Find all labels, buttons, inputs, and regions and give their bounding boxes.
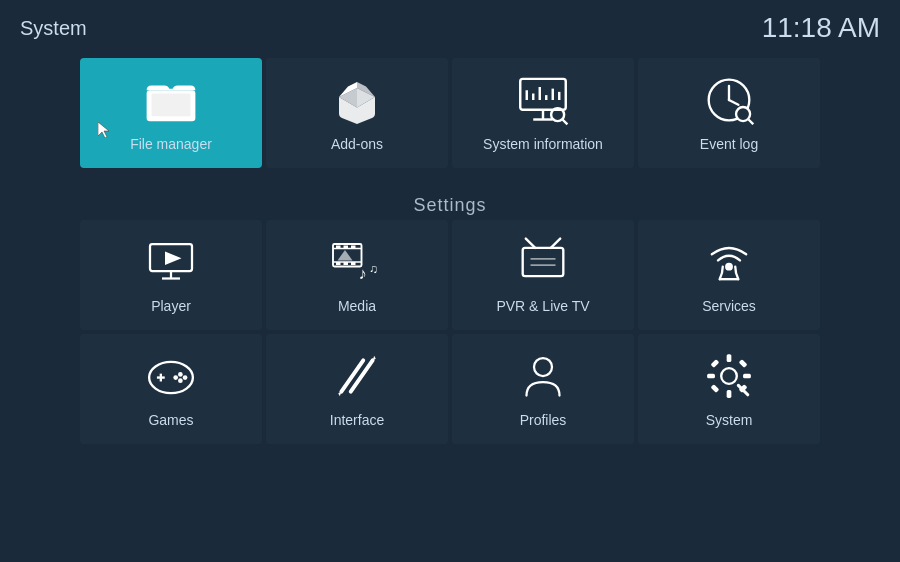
- tile-profiles[interactable]: Profiles: [452, 334, 634, 444]
- folder-icon: [145, 74, 197, 126]
- tile-label-player: Player: [151, 298, 191, 314]
- svg-rect-57: [743, 374, 751, 379]
- event-log-icon: [703, 74, 755, 126]
- svg-line-17: [749, 120, 754, 125]
- top-tiles-row: File manager Add-ons: [80, 58, 820, 168]
- addons-icon: [331, 74, 383, 126]
- tile-label-media: Media: [338, 298, 376, 314]
- svg-rect-34: [523, 248, 564, 276]
- settings-section-label: Settings: [0, 195, 900, 216]
- tile-system-information[interactable]: System information: [452, 58, 634, 168]
- svg-rect-55: [727, 390, 732, 398]
- svg-rect-26: [344, 246, 349, 249]
- svg-point-45: [183, 375, 188, 380]
- tile-interface[interactable]: Interface: [266, 334, 448, 444]
- clock: 11:18 AM: [762, 12, 880, 44]
- tile-label-event-log: Event log: [700, 136, 758, 152]
- svg-point-47: [173, 375, 178, 380]
- svg-rect-27: [351, 246, 356, 249]
- svg-point-39: [725, 263, 733, 271]
- svg-rect-28: [336, 262, 341, 265]
- svg-marker-31: [338, 250, 353, 261]
- svg-rect-54: [727, 354, 732, 362]
- svg-rect-1: [152, 94, 191, 117]
- svg-text:♪: ♪: [359, 264, 367, 282]
- svg-line-15: [729, 100, 738, 105]
- svg-marker-19: [165, 252, 182, 266]
- svg-line-36: [551, 239, 560, 248]
- svg-rect-60: [711, 384, 720, 393]
- svg-point-53: [721, 368, 737, 384]
- svg-line-35: [526, 239, 535, 248]
- games-icon: [145, 350, 197, 402]
- tile-event-log[interactable]: Event log: [638, 58, 820, 168]
- system-icon: [703, 350, 755, 402]
- tile-label-interface: Interface: [330, 412, 384, 428]
- svg-rect-30: [351, 262, 356, 265]
- tile-pvr-live-tv[interactable]: PVR & Live TV: [452, 220, 634, 330]
- svg-line-12: [563, 120, 568, 125]
- tile-label-profiles: Profiles: [520, 412, 567, 428]
- tile-label-games: Games: [148, 412, 193, 428]
- system-info-icon: [517, 74, 569, 126]
- page-title: System: [20, 17, 87, 40]
- interface-icon: [331, 350, 383, 402]
- services-icon: [703, 236, 755, 288]
- svg-point-44: [178, 372, 183, 377]
- tile-label-services: Services: [702, 298, 756, 314]
- tile-games[interactable]: Games: [80, 334, 262, 444]
- settings-row-1: Player ♪: [80, 220, 820, 330]
- tile-media[interactable]: ♪ ♫ Media: [266, 220, 448, 330]
- tile-label-system-information: System information: [483, 136, 603, 152]
- svg-text:♫: ♫: [369, 262, 378, 276]
- header: System 11:18 AM: [0, 0, 900, 56]
- settings-grid: Player ♪: [80, 220, 820, 444]
- svg-point-16: [736, 107, 750, 121]
- svg-point-52: [534, 358, 552, 376]
- tile-services[interactable]: Services: [638, 220, 820, 330]
- profiles-icon: [517, 350, 569, 402]
- pvr-icon: [517, 236, 569, 288]
- svg-rect-29: [344, 262, 349, 265]
- tile-label-system: System: [706, 412, 753, 428]
- tile-player[interactable]: Player: [80, 220, 262, 330]
- svg-rect-25: [336, 246, 341, 249]
- media-icon: ♪ ♫: [331, 236, 383, 288]
- tile-add-ons[interactable]: Add-ons: [266, 58, 448, 168]
- svg-rect-59: [739, 359, 748, 368]
- svg-point-46: [178, 378, 183, 383]
- player-icon: [145, 236, 197, 288]
- settings-row-2: Games Interface: [80, 334, 820, 444]
- tile-label-file-manager: File manager: [130, 136, 212, 152]
- tile-label-pvr-live-tv: PVR & Live TV: [496, 298, 589, 314]
- tile-file-manager[interactable]: File manager: [80, 58, 262, 168]
- tile-system[interactable]: System: [638, 334, 820, 444]
- tile-label-add-ons: Add-ons: [331, 136, 383, 152]
- svg-rect-58: [711, 359, 720, 368]
- svg-rect-56: [707, 374, 715, 379]
